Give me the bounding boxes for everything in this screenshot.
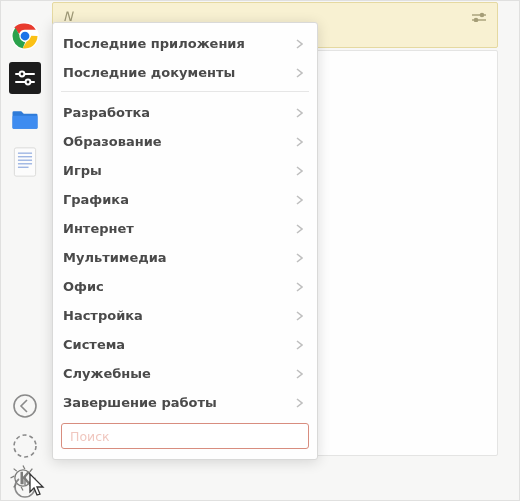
menu-item-label: Мультимедиа xyxy=(63,250,290,265)
menu-category-settings[interactable]: Настройка xyxy=(61,301,309,330)
svg-point-3 xyxy=(474,18,477,21)
note-controls-icon[interactable] xyxy=(471,9,487,25)
document-icon xyxy=(11,147,39,177)
menu-category-multimedia[interactable]: Мультимедиа xyxy=(61,243,309,272)
menu-item-label: Завершение работы xyxy=(63,395,290,410)
refresh-icon xyxy=(12,433,38,459)
launcher-files[interactable] xyxy=(9,104,41,136)
menu-category-leave[interactable]: Завершение работы xyxy=(61,388,309,417)
svg-point-4 xyxy=(11,22,39,50)
menu-category-office[interactable]: Офис xyxy=(61,272,309,301)
svg-point-6 xyxy=(21,32,30,41)
chevron-right-icon xyxy=(296,137,303,147)
menu-item-label: Игры xyxy=(63,163,290,178)
svg-point-8 xyxy=(20,72,25,77)
application-menu: Последние приложения Последние документы… xyxy=(52,22,318,460)
settings-panel-icon xyxy=(13,66,37,90)
menu-item-label: Интернет xyxy=(63,221,290,236)
svg-rect-11 xyxy=(13,116,38,129)
menu-item-label: Образование xyxy=(63,134,290,149)
menu-recent-apps[interactable]: Последние приложения xyxy=(61,29,309,58)
search-field[interactable]: Поиск xyxy=(61,423,309,449)
launcher-chrome[interactable] xyxy=(9,20,41,52)
chevron-right-icon xyxy=(296,340,303,350)
menu-item-label: Система xyxy=(63,337,290,352)
menu-item-label: Последние документы xyxy=(63,65,290,80)
panel-back-button[interactable] xyxy=(10,391,40,421)
launcher-document[interactable] xyxy=(9,146,41,178)
chevron-right-icon xyxy=(296,166,303,176)
menu-item-label: Служебные xyxy=(63,366,290,381)
files-icon xyxy=(10,105,40,135)
chevron-right-icon xyxy=(296,311,303,321)
svg-point-5 xyxy=(19,30,30,41)
chevron-right-icon xyxy=(296,39,303,49)
menu-divider xyxy=(61,91,309,92)
chevron-right-icon xyxy=(296,253,303,263)
svg-point-18 xyxy=(14,395,36,417)
svg-point-10 xyxy=(26,80,31,85)
chevron-right-icon xyxy=(296,369,303,379)
launcher-settings-panel[interactable] xyxy=(9,62,41,94)
chrome-icon xyxy=(10,21,40,51)
svg-point-1 xyxy=(480,13,483,16)
menu-category-games[interactable]: Игры xyxy=(61,156,309,185)
menu-item-label: Графика xyxy=(63,192,290,207)
back-icon xyxy=(12,393,38,419)
launcher-strip xyxy=(6,20,44,501)
menu-category-system[interactable]: Система xyxy=(61,330,309,359)
menu-item-label: Офис xyxy=(63,279,290,294)
menu-category-utilities[interactable]: Служебные xyxy=(61,359,309,388)
chevron-right-icon xyxy=(296,195,303,205)
search-placeholder: Поиск xyxy=(70,429,110,444)
start-button[interactable] xyxy=(8,463,38,496)
menu-item-label: Последние приложения xyxy=(63,36,290,51)
menu-category-development[interactable]: Разработка xyxy=(61,98,309,127)
menu-category-internet[interactable]: Интернет xyxy=(61,214,309,243)
svg-point-19 xyxy=(14,435,36,457)
menu-recent-docs[interactable]: Последние документы xyxy=(61,58,309,87)
kde-logo-icon xyxy=(8,463,38,493)
chevron-right-icon xyxy=(296,68,303,78)
menu-category-education[interactable]: Образование xyxy=(61,127,309,156)
chevron-right-icon xyxy=(296,282,303,292)
menu-category-graphics[interactable]: Графика xyxy=(61,185,309,214)
panel-refresh-button[interactable] xyxy=(10,431,40,461)
menu-item-label: Разработка xyxy=(63,105,290,120)
chevron-right-icon xyxy=(296,108,303,118)
chevron-right-icon xyxy=(296,398,303,408)
menu-item-label: Настройка xyxy=(63,308,290,323)
chevron-right-icon xyxy=(296,224,303,234)
svg-rect-12 xyxy=(14,148,35,176)
